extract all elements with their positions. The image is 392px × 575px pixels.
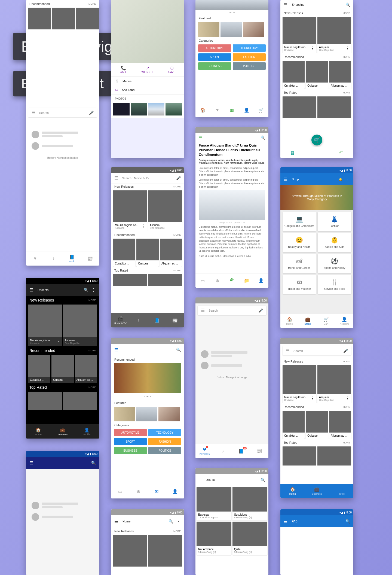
card[interactable]: [52, 8, 75, 29]
card-menu-icon[interactable]: [310, 46, 315, 51]
card[interactable]: [317, 446, 351, 466]
card[interactable]: [63, 392, 97, 410]
cat-tecnology[interactable]: TECNOLOGY: [148, 429, 181, 436]
nav-business[interactable]: 💼Business: [305, 484, 329, 498]
card[interactable]: Aliquam ac ...: [329, 411, 351, 439]
card-menu-icon[interactable]: [141, 224, 145, 229]
card[interactable]: Quisque: [306, 411, 328, 439]
nav-news[interactable]: 📰: [250, 444, 268, 458]
nav-tag[interactable]: 🏷: [329, 147, 353, 158]
nav-home[interactable]: 🏠Home: [280, 314, 299, 328]
search-icon[interactable]: [91, 461, 96, 465]
cat-sport[interactable]: SPORT: [114, 438, 147, 445]
card[interactable]: Quisque: [51, 355, 74, 383]
nav-home[interactable]: 🏠: [195, 103, 210, 117]
more-icon[interactable]: [176, 519, 181, 524]
nav-music[interactable]: ♪: [214, 444, 232, 458]
card-menu-icon[interactable]: [310, 396, 315, 401]
thumb[interactable]: [131, 103, 147, 115]
album-card[interactable]: Not Advance9 MusicSong (s): [197, 522, 231, 555]
thumb[interactable]: [158, 407, 180, 421]
cat-politics[interactable]: POLITICS: [148, 447, 181, 454]
thumb[interactable]: [136, 407, 157, 421]
card[interactable]: Quisque: [306, 61, 328, 89]
search-icon[interactable]: [345, 2, 350, 7]
menu-icon[interactable]: [286, 348, 291, 353]
card[interactable]: [283, 446, 316, 466]
nav-news[interactable]: 📰: [81, 251, 99, 266]
card[interactable]: Mauris sagittis no...Kodaline: [28, 305, 62, 346]
mic-icon[interactable]: [258, 308, 263, 313]
search-bar[interactable]: Search: [283, 346, 351, 355]
nav-profile[interactable]: 👤Profile: [75, 424, 99, 439]
nav-business[interactable]: 💼Business: [50, 424, 75, 439]
nav-tab3[interactable]: ✉: [148, 484, 166, 498]
card[interactable]: [317, 96, 351, 118]
thumb[interactable]: [114, 407, 135, 421]
menu-icon[interactable]: [284, 2, 289, 7]
hero-image[interactable]: [114, 363, 181, 393]
album-card[interactable]: Quite8 MusicSong (s): [232, 522, 267, 555]
search-icon[interactable]: [261, 478, 265, 482]
card[interactable]: Mauris sagittis no...Kodaline: [283, 17, 316, 53]
cat-beauty[interactable]: 😊Beauty and Health: [283, 233, 316, 252]
card[interactable]: [28, 392, 62, 410]
search-bar[interactable]: Search : Movie & TV: [111, 173, 184, 183]
card[interactable]: Mauris sagittis no...Kodaline: [113, 190, 147, 231]
search-icon[interactable]: [84, 288, 88, 292]
nav-b[interactable]: ⊕: [210, 273, 225, 288]
cat-sports[interactable]: ⚽Sports and Hobby: [318, 254, 351, 273]
card[interactable]: Aliquam ac ...: [75, 355, 97, 383]
nav-tab2[interactable]: ⊕: [129, 484, 148, 498]
card[interactable]: AliquamOne Republic: [63, 305, 97, 346]
row-add-label[interactable]: 🏷Add Label: [111, 86, 184, 94]
action-call[interactable]: 📞CALL: [111, 65, 135, 74]
nav-profile[interactable]: 👤Profile: [329, 484, 353, 498]
cat-automotive[interactable]: AUTOMOTIVE: [198, 44, 231, 52]
nav-brand[interactable]: 💼Brand: [299, 314, 317, 328]
menu-icon[interactable]: [284, 177, 289, 182]
card[interactable]: Mauris sagittis no...Kodaline: [283, 365, 316, 403]
nav-book[interactable]: 📘44: [232, 444, 250, 458]
cat-fashion[interactable]: FASHION: [148, 438, 181, 445]
cat-babies[interactable]: 👶Babies and Kids: [318, 233, 351, 252]
card-menu-icon[interactable]: [345, 46, 350, 51]
nav-book2[interactable]: 📘: [148, 313, 166, 327]
card-menu-icon[interactable]: [345, 396, 350, 401]
search-icon[interactable]: [176, 348, 181, 352]
album-card[interactable]: BackseatT1 MusicSong (4): [197, 487, 231, 521]
nav-news2[interactable]: 📰: [166, 313, 184, 327]
card[interactable]: [113, 274, 147, 286]
menu-icon[interactable]: [29, 460, 34, 466]
thumb[interactable]: [166, 103, 182, 115]
menu-icon[interactable]: [284, 519, 289, 524]
nav-music[interactable]: ♪: [44, 251, 63, 266]
card-menu-icon[interactable]: [56, 339, 60, 345]
cat-food[interactable]: 🍴Service and Food: [318, 275, 351, 294]
nav-a[interactable]: ▭: [195, 273, 210, 288]
mic-icon[interactable]: [176, 176, 181, 180]
cat-tecnology[interactable]: TECNOLOGY: [233, 44, 266, 52]
back-icon[interactable]: [199, 477, 203, 482]
menu-icon[interactable]: [29, 287, 34, 293]
more-icon[interactable]: [91, 287, 96, 293]
card[interactable]: [28, 8, 51, 29]
cat-gadgets[interactable]: 💻Gadgets and Computers: [283, 212, 316, 231]
card[interactable]: [148, 535, 182, 567]
nav-cart[interactable]: 🛒: [254, 103, 268, 117]
thumb[interactable]: [198, 22, 219, 37]
nav-c[interactable]: 🏛: [225, 273, 239, 288]
mic-icon[interactable]: [343, 349, 348, 353]
card[interactable]: [113, 535, 147, 567]
menu-icon[interactable]: [32, 110, 36, 115]
card[interactable]: AliquamOne Republic: [317, 17, 351, 53]
search-icon[interactable]: [169, 519, 173, 524]
nav-fav[interactable]: ♥: [210, 103, 225, 117]
menu-icon[interactable]: [201, 308, 206, 313]
search-bar[interactable]: Search: [28, 108, 97, 117]
nav-tab1[interactable]: ▭: [111, 484, 129, 498]
card[interactable]: Curabitur ...: [113, 239, 135, 267]
nav-book[interactable]: 📘Book: [63, 251, 81, 266]
nav-home[interactable]: 🏠Home: [26, 424, 50, 439]
thumb[interactable]: [243, 22, 264, 37]
